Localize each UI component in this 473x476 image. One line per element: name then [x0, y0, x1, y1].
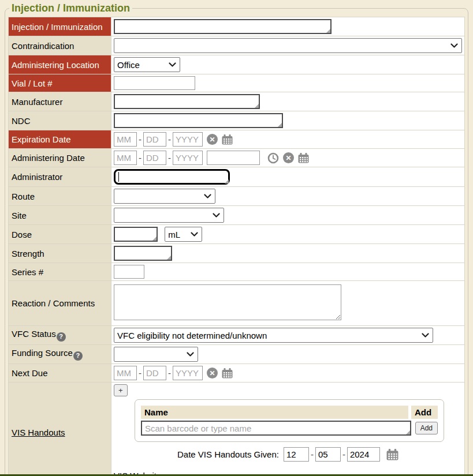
row-next-due: Next Due - - ✕ [9, 364, 465, 383]
help-icon[interactable]: ? [57, 332, 66, 342]
field-label-next-due: Next Due [9, 364, 111, 383]
next-due-year-input[interactable] [173, 366, 203, 380]
row-vfc-status: VFC Status? VFC eligibility not determin… [9, 326, 465, 345]
administrator-input[interactable] [114, 169, 230, 185]
row-strength: Strength [9, 244, 465, 263]
injection-form-table: Injection / Immunization Contraindicatio… [8, 17, 465, 476]
clear-date-icon[interactable]: ✕ [207, 368, 218, 378]
vfc-status-select[interactable]: VFC eligibility not determined/unknown [114, 328, 433, 343]
vis-add-header: Add [411, 406, 438, 419]
row-vial-lot: Vial / Lot # [9, 74, 465, 92]
field-label-strength: Strength [9, 244, 111, 263]
field-label-administering-location: Administering Location [9, 55, 111, 74]
row-injection: Injection / Immunization [9, 17, 465, 36]
field-label-ndc: NDC [9, 111, 111, 130]
injection-form-fieldset: Injection / Immunization Injection / Imm… [5, 2, 468, 476]
field-label-manufacturer: Manufacturer [9, 92, 111, 111]
row-administering-date: Administering Date - - ✕ [9, 149, 465, 167]
date-separator: - [342, 449, 345, 459]
vis-scan-input[interactable] [141, 421, 411, 436]
calendar-icon[interactable] [222, 134, 233, 145]
calendar-icon[interactable] [298, 153, 309, 163]
expiration-day-input[interactable] [143, 132, 166, 147]
vial-lot-input[interactable] [114, 76, 195, 90]
row-reaction: Reaction / Comments [9, 281, 465, 326]
field-label-series: Series # [9, 263, 111, 281]
administering-year-input[interactable] [173, 151, 203, 165]
field-label-administering-date: Administering Date [9, 149, 111, 167]
row-funding-source: Funding Source? [9, 345, 465, 364]
row-administrator: Administrator [9, 167, 465, 187]
administering-day-input[interactable] [143, 151, 166, 165]
site-select[interactable] [114, 208, 224, 223]
field-label-vial-lot: Vial / Lot # [9, 74, 111, 92]
field-label-reaction: Reaction / Comments [9, 281, 111, 326]
administering-month-input[interactable] [114, 151, 137, 165]
vis-name-header: Name [141, 406, 408, 419]
vis-add-button[interactable]: Add [415, 422, 438, 434]
calendar-icon[interactable] [222, 368, 233, 378]
date-separator: - [139, 134, 141, 144]
reaction-comments-textarea[interactable] [114, 284, 341, 320]
row-expiration-date: Expiration Date - - ✕ [9, 130, 465, 149]
form-title: Injection / Immunization [9, 2, 132, 14]
field-label-dose: Dose [9, 225, 111, 244]
vfc-status-label: VFC Status [12, 329, 56, 339]
field-label-injection: Injection / Immunization [9, 17, 111, 36]
ndc-input[interactable] [114, 113, 283, 128]
row-vis-handouts: VIS Handouts + Name Add Add Date VIS Han… [9, 383, 465, 476]
row-administering-location: Administering Location Office [9, 55, 465, 74]
field-label-vis-handouts: VIS Handouts [9, 383, 111, 476]
vis-date-month-input[interactable] [284, 447, 309, 462]
route-select[interactable] [114, 189, 215, 204]
date-separator: - [311, 449, 314, 459]
expiration-year-input[interactable] [173, 132, 203, 147]
manufacturer-input[interactable] [114, 94, 260, 109]
vis-date-year-input[interactable] [347, 447, 380, 462]
date-separator: - [139, 153, 141, 163]
administering-time-input[interactable] [207, 151, 260, 165]
dose-input[interactable] [114, 227, 158, 242]
funding-source-label: Funding Source [12, 348, 73, 358]
clock-icon[interactable] [267, 152, 279, 164]
contraindication-select[interactable] [114, 38, 462, 53]
row-ndc: NDC [9, 111, 465, 130]
date-separator: - [168, 153, 171, 163]
expiration-month-input[interactable] [114, 132, 137, 147]
clear-date-icon[interactable]: ✕ [283, 152, 294, 163]
field-label-site: Site [9, 206, 111, 225]
date-separator: - [168, 368, 171, 378]
field-label-administrator: Administrator [9, 167, 111, 187]
row-contraindication: Contraindication [9, 36, 465, 55]
strength-input[interactable] [114, 246, 172, 261]
text-caret [118, 172, 119, 182]
date-separator: - [168, 134, 171, 144]
field-label-expiration-date: Expiration Date [9, 130, 111, 149]
vis-handouts-link[interactable]: VIS Handouts [12, 428, 65, 437]
field-label-funding-source: Funding Source? [9, 345, 111, 364]
next-due-month-input[interactable] [114, 366, 137, 380]
row-manufacturer: Manufacturer [9, 92, 465, 111]
vis-handouts-panel: Name Add Add [135, 399, 444, 442]
vis-date-day-input[interactable] [315, 447, 341, 462]
help-icon[interactable]: ? [73, 351, 83, 361]
row-route: Route [9, 187, 465, 206]
vis-expand-button[interactable]: + [114, 384, 128, 396]
row-series: Series # [9, 263, 465, 281]
injection-input[interactable] [114, 19, 332, 34]
field-label-contraindication: Contraindication [9, 36, 111, 55]
field-label-vfc-status: VFC Status? [9, 326, 111, 345]
clear-date-icon[interactable]: ✕ [207, 134, 218, 145]
row-dose: Dose mL [9, 225, 465, 244]
calendar-icon[interactable] [386, 449, 398, 460]
series-input[interactable] [114, 265, 144, 279]
funding-source-select[interactable] [114, 347, 198, 362]
next-due-day-input[interactable] [143, 366, 166, 380]
dose-unit-select[interactable]: mL [165, 227, 202, 242]
vis-date-label: Date VIS Handouts Given: [177, 449, 279, 459]
row-site: Site [9, 206, 465, 225]
administering-location-select[interactable]: Office [114, 57, 180, 72]
date-separator: - [139, 368, 141, 378]
field-label-route: Route [9, 187, 111, 206]
